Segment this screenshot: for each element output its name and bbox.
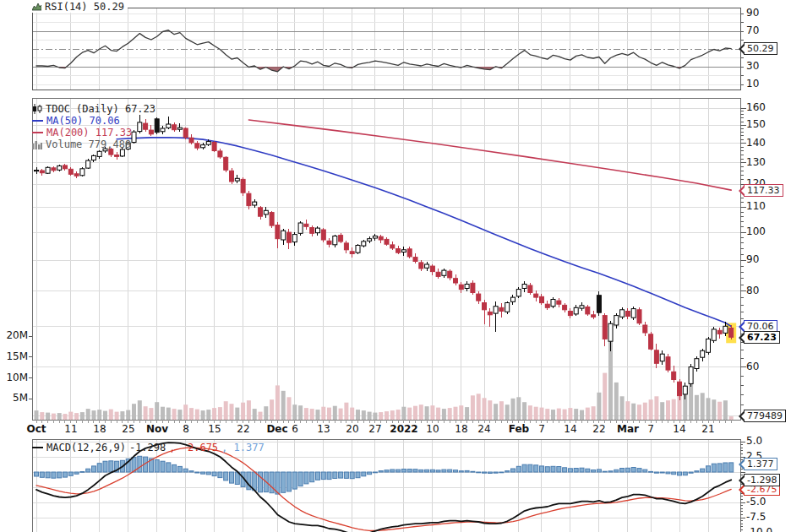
macd-line-callout: -1.298 — [744, 474, 780, 486]
ma200-value-callout: 117.33 — [744, 184, 783, 197]
candlestick-icon — [32, 104, 42, 114]
volume-legend-label: Volume 779,489 — [46, 138, 131, 150]
ma200-line-swatch — [32, 132, 43, 133]
macd-signal-value: , -2.675 — [169, 442, 218, 453]
macd-legend-name: MACD(12,26,9) — [46, 442, 126, 453]
ma50-legend-label: MA(50) 70.06 — [46, 115, 120, 127]
area-chart-icon — [32, 2, 41, 11]
rsi-legend: RSI(14) 50.29 — [29, 0, 128, 13]
symbol-legend-label: TDOC (Daily) 67.23 — [46, 103, 155, 115]
ma50-line-swatch — [32, 120, 43, 122]
ma200-legend-label: MA(200) 117.33 — [46, 127, 132, 138]
volume-value-callout: 779489 — [744, 410, 786, 422]
macd-hist-value: , 1.377 — [221, 442, 265, 453]
macd-line-swatch — [32, 447, 43, 448]
volume-bars-icon — [32, 140, 42, 149]
macd-legend-value: -1.298 — [129, 442, 166, 453]
macd-hist-callout: 1.377 — [744, 458, 777, 470]
price-legend: TDOC (Daily) 67.23 MA(50) 70.06 MA(200) … — [32, 103, 155, 150]
macd-legend: MACD(12,26,9) -1.298, -2.675, 1.377 — [32, 442, 265, 453]
stock-chart: 90703010160150140130120110100908060505.0… — [0, 0, 791, 532]
last-price-callout: 67.23 — [744, 331, 780, 344]
rsi-legend-label: RSI(14) 50.29 — [45, 1, 124, 13]
rsi-value-callout: 50.29 — [744, 42, 777, 55]
